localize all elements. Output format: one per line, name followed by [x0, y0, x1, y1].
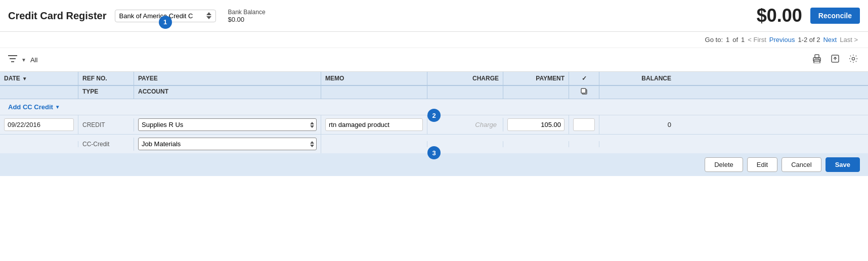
previous-link[interactable]: Previous — [769, 36, 795, 44]
transaction-payee[interactable] — [134, 115, 321, 134]
print-button[interactable] — [810, 52, 823, 67]
transaction-date-2 — [0, 141, 78, 147]
account-selector[interactable]: Bank of America Credit C 1 — [115, 10, 216, 22]
reconcile-button[interactable]: Reconcile — [810, 8, 860, 24]
col-payee: PAYEE — [134, 72, 321, 85]
export-button[interactable] — [829, 52, 842, 67]
page-title: Credit Card Register — [8, 10, 107, 22]
transaction-account[interactable] — [134, 135, 321, 153]
last-link[interactable]: Last > — [840, 36, 858, 44]
total-balance: $0.00 — [757, 5, 802, 26]
col-date[interactable]: DATE ▼ — [0, 72, 78, 85]
account-spinner-down[interactable] — [310, 145, 314, 147]
filter-all-label: All — [30, 56, 37, 64]
check-input[interactable] — [573, 118, 595, 131]
add-cc-dropdown-icon: ▼ — [55, 104, 60, 110]
transaction-payment-2 — [503, 141, 569, 147]
transaction-type: CC-Credit — [78, 138, 134, 151]
cancel-button[interactable]: Cancel — [782, 157, 821, 172]
transaction-charge[interactable]: Charge — [427, 118, 503, 132]
col-check: ✓ — [569, 72, 599, 85]
col-payment: PAYMENT — [503, 72, 569, 85]
edit-button[interactable]: Edit — [747, 157, 777, 172]
goto-label: Go to: — [705, 36, 723, 44]
save-button[interactable]: Save — [826, 157, 860, 172]
col-account: ACCOUNT — [134, 86, 321, 99]
account-spinner[interactable] — [206, 12, 211, 19]
col-memo: MEMO — [321, 72, 427, 85]
total-pages: 1 — [741, 36, 745, 44]
delete-button[interactable]: Delete — [705, 157, 743, 172]
spinner-down-icon[interactable] — [206, 16, 211, 19]
col-type-empty — [0, 86, 78, 99]
transaction-memo[interactable] — [321, 115, 427, 134]
payee-spinner-up[interactable] — [310, 122, 314, 124]
account-spinner[interactable] — [308, 140, 316, 148]
badge-3: 3 — [427, 146, 441, 159]
current-page: 1 — [726, 36, 729, 44]
col-memo-2 — [321, 86, 427, 99]
spinner-up-icon[interactable] — [206, 12, 211, 15]
payment-input[interactable] — [507, 118, 565, 131]
transaction-check[interactable] — [569, 115, 599, 134]
svg-point-5 — [852, 57, 854, 60]
svg-point-3 — [818, 59, 819, 60]
col-copy-icon[interactable] — [569, 86, 599, 99]
col-type: TYPE — [78, 86, 134, 99]
settings-button[interactable] — [847, 52, 860, 67]
payee-spinner-down[interactable] — [310, 125, 314, 128]
badge-1: 1 — [159, 16, 172, 29]
transaction-date[interactable]: 09/22/2016 — [0, 115, 78, 134]
col-charge: CHARGE — [427, 72, 503, 85]
col-payment-2 — [503, 86, 569, 99]
col-charge-2 — [427, 86, 503, 99]
first-link[interactable]: < First — [748, 36, 766, 44]
transaction-memo-2 — [321, 141, 427, 147]
badge-2: 2 — [427, 109, 441, 122]
svg-rect-7 — [581, 89, 586, 93]
account-input[interactable] — [139, 138, 308, 150]
payee-input[interactable] — [139, 119, 308, 130]
transaction-balance: 0 — [599, 118, 675, 132]
transaction-balance-2 — [599, 141, 675, 147]
memo-input[interactable] — [325, 118, 423, 131]
date-sort-icon: ▼ — [22, 76, 27, 81]
col-ref-no: REF NO. — [78, 72, 134, 85]
filter-dropdown-icon[interactable]: ▼ — [21, 57, 26, 63]
bank-balance-value: $0.00 — [228, 16, 266, 23]
col-balance-2 — [599, 86, 675, 99]
transaction-check-2 — [569, 141, 599, 147]
next-link[interactable]: Next — [823, 36, 837, 44]
action-row: Delete Edit Cancel Save 3 — [0, 153, 868, 176]
col-balance: BALANCE — [599, 72, 675, 85]
bank-balance-label: Bank Balance — [228, 9, 266, 16]
range-info: 1-2 of 2 — [798, 36, 820, 44]
account-spinner-up[interactable] — [310, 141, 314, 144]
add-cc-credit-button[interactable]: Add CC Credit ▼ — [8, 103, 60, 111]
of-label: of — [732, 36, 738, 44]
transaction-charge-2 — [427, 141, 503, 147]
transaction-payment[interactable] — [503, 115, 569, 134]
filter-icon[interactable] — [8, 55, 17, 64]
payee-spinner[interactable] — [308, 121, 316, 129]
add-cc-row: Add CC Credit ▼ 2 — [0, 99, 868, 115]
transaction-ref-no: CREDIT — [78, 118, 134, 132]
